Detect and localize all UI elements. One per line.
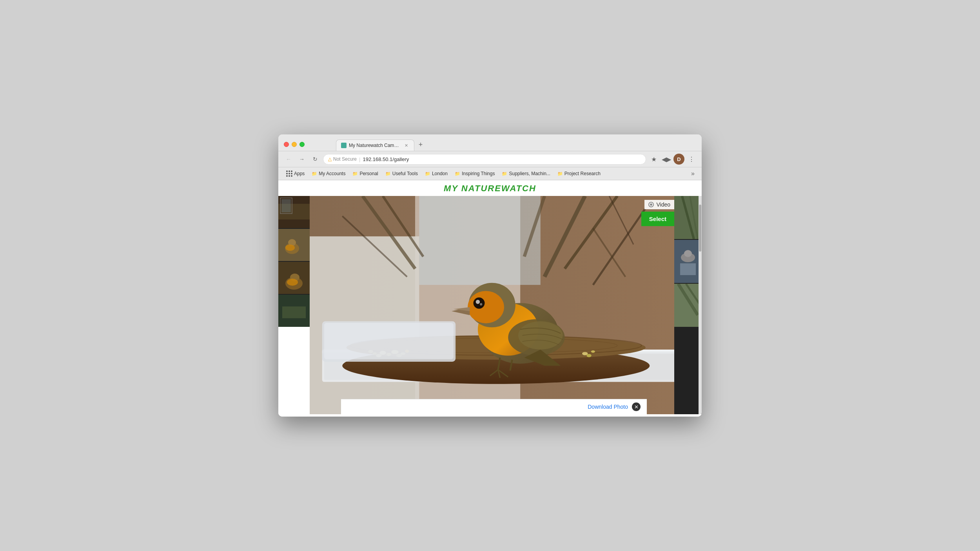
svg-point-46 xyxy=(586,354,591,357)
menu-button[interactable]: ⋮ xyxy=(686,154,697,165)
profile-button[interactable]: D xyxy=(673,154,684,165)
browser-window: My Naturewatch Camera ✕ + ← → ↻ △ Not Se… xyxy=(278,134,702,417)
sidebar-thumbnails xyxy=(278,196,310,327)
back-nav-button[interactable]: ← xyxy=(283,154,294,165)
folder-icon: 📁 xyxy=(352,171,358,176)
download-photo-link[interactable]: Download Photo xyxy=(588,404,628,410)
content-area: MY NATUREWATCH Back xyxy=(278,180,702,417)
close-button[interactable] xyxy=(284,142,289,147)
svg-point-54 xyxy=(476,300,480,304)
tab-bar: My Naturewatch Camera ✕ + xyxy=(309,139,426,151)
bookmark-label: Useful Tools xyxy=(392,171,418,176)
svg-rect-70 xyxy=(674,284,702,327)
video-label: Video xyxy=(644,200,674,209)
tab-favicon xyxy=(341,143,347,148)
folder-icon: 📁 xyxy=(502,171,507,176)
bookmark-useful-tools[interactable]: 📁 Useful Tools xyxy=(382,170,421,178)
right-thumbnail-2[interactable] xyxy=(674,240,702,283)
thumbnail-1[interactable] xyxy=(278,196,310,228)
right-thumbnail-1[interactable] xyxy=(674,196,702,239)
new-tab-button[interactable]: + xyxy=(415,139,426,150)
bookmark-label: London xyxy=(432,171,448,176)
svg-point-50 xyxy=(518,321,563,350)
left-sidebar: Back xyxy=(278,196,310,414)
folder-icon: 📁 xyxy=(425,171,430,176)
url-text: 192.168.50.1/gallery xyxy=(363,156,409,162)
folder-icon: 📁 xyxy=(385,171,391,176)
svg-rect-13 xyxy=(282,306,306,318)
bookmark-my-accounts[interactable]: 📁 My Accounts xyxy=(309,170,348,178)
reload-button[interactable]: ↻ xyxy=(310,154,321,165)
bookmark-label: My Accounts xyxy=(319,171,345,176)
folder-icon: 📁 xyxy=(557,171,563,176)
folder-icon: 📁 xyxy=(312,171,317,176)
security-label: Not Secure xyxy=(333,156,357,162)
page-content: MY NATUREWATCH Back xyxy=(278,180,702,417)
warning-icon: △ xyxy=(328,156,332,162)
thumbnail-4[interactable] xyxy=(278,295,310,327)
traffic-lights xyxy=(284,142,305,149)
bookmark-star-button[interactable]: ★ xyxy=(648,154,659,165)
right-thumbnail-3[interactable] xyxy=(674,284,702,327)
address-bar-row: ← → ↻ △ Not Secure | 192.168.50.1/galler… xyxy=(278,151,702,167)
close-download-button[interactable]: ✕ xyxy=(632,402,641,411)
title-bar: My Naturewatch Camera ✕ + xyxy=(278,134,702,151)
scrollbar-thumb[interactable] xyxy=(699,205,701,252)
security-warning: △ Not Secure xyxy=(328,156,357,162)
svg-point-7 xyxy=(285,245,295,251)
svg-rect-18 xyxy=(419,196,540,285)
bookmark-label: Project Research xyxy=(564,171,601,176)
minimize-button[interactable] xyxy=(292,142,297,147)
svg-point-45 xyxy=(591,350,595,353)
bookmark-apps[interactable]: Apps xyxy=(283,169,308,178)
bookmark-personal[interactable]: 📁 Personal xyxy=(349,170,381,178)
video-text: Video xyxy=(656,201,670,208)
bookmark-label: Inspiring Things xyxy=(462,171,495,176)
main-image: Video Select xyxy=(310,196,674,414)
bookmark-london[interactable]: 📁 London xyxy=(422,170,451,178)
svg-rect-67 xyxy=(680,263,696,275)
scrollbar[interactable] xyxy=(699,196,702,414)
svg-point-52 xyxy=(468,291,504,323)
folder-icon: 📁 xyxy=(455,171,460,176)
thumbnail-3[interactable] xyxy=(278,262,310,294)
select-button[interactable]: Select xyxy=(641,212,674,226)
bookmarks-bar: Apps 📁 My Accounts 📁 Personal 📁 Useful T… xyxy=(278,167,702,180)
tab-naturewatch[interactable]: My Naturewatch Camera ✕ xyxy=(336,140,414,151)
url-separator: | xyxy=(359,156,360,162)
download-bar: Download Photo ✕ xyxy=(341,399,647,414)
tab-title: My Naturewatch Camera xyxy=(349,143,401,148)
site-title: MY NATUREWATCH xyxy=(278,180,702,196)
svg-rect-62 xyxy=(324,323,454,359)
address-actions: ★ ◀▶ D ⋮ xyxy=(648,154,697,165)
bookmark-suppliers[interactable]: 📁 Suppliers, Machin... xyxy=(499,170,553,178)
svg-rect-3 xyxy=(281,199,291,212)
bookmarks-more-button[interactable]: » xyxy=(689,169,697,178)
gallery-area: Back xyxy=(278,196,702,414)
forward-nav-button[interactable]: → xyxy=(296,154,307,165)
right-thumbnails xyxy=(674,196,702,414)
bird-image-svg xyxy=(310,196,674,414)
svg-point-55 xyxy=(480,303,482,305)
thumbnail-2[interactable] xyxy=(278,229,310,261)
apps-label: Apps xyxy=(294,171,305,176)
tab-close-button[interactable]: ✕ xyxy=(403,142,409,149)
apps-grid-icon xyxy=(286,170,292,177)
svg-point-44 xyxy=(582,352,588,355)
bookmark-inspiring-things[interactable]: 📁 Inspiring Things xyxy=(452,170,498,178)
extensions-button[interactable]: ◀▶ xyxy=(661,154,672,165)
svg-point-11 xyxy=(287,279,298,286)
bookmark-project-research[interactable]: 📁 Project Research xyxy=(554,170,604,178)
svg-point-69 xyxy=(684,250,692,257)
bookmark-label: Personal xyxy=(359,171,378,176)
bookmark-label: Suppliers, Machin... xyxy=(509,171,550,176)
video-radio[interactable] xyxy=(648,202,654,207)
address-bar[interactable]: △ Not Secure | 192.168.50.1/gallery xyxy=(323,154,646,165)
maximize-button[interactable] xyxy=(299,142,305,147)
